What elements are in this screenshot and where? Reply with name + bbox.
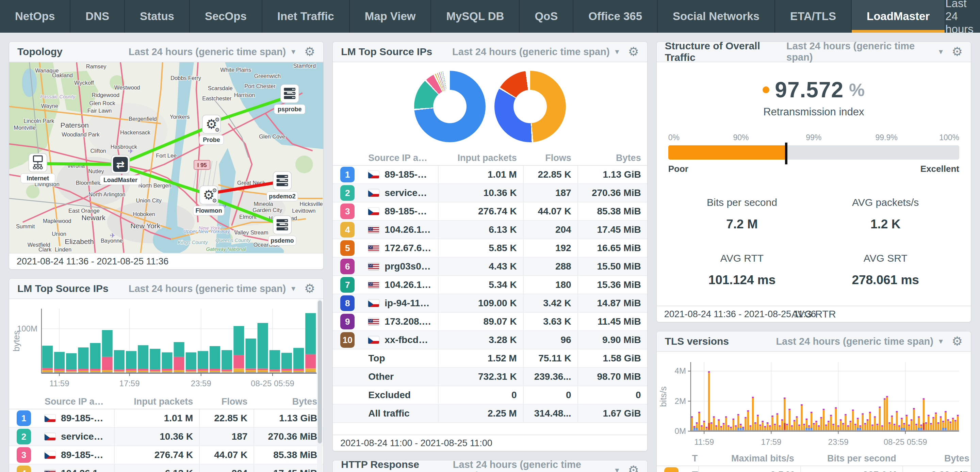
time-span-dropdown[interactable]: Last 24 hours (generic time span) ▼ (129, 283, 297, 294)
table-row[interactable]: 7104.26.10.2295.34 K18015.36 MiB (333, 276, 647, 294)
time-span-dropdown[interactable]: Last 24 hours (generic time span) ▼ (776, 336, 944, 347)
input-packets: 276.74 K (438, 202, 523, 220)
map-city-label: Elizabeth (65, 238, 94, 245)
svg-text:bits/s: bits/s (658, 386, 668, 407)
stat-avg-srt: AVG SRT278.061 ms (814, 253, 957, 287)
table-row[interactable]: 1TLS 1.23.5 M385.6 K3.88 GiB (657, 466, 971, 472)
stat-bits-per-second: Bits per second7.2 M (670, 197, 814, 231)
summary-label: Excluded (362, 389, 438, 400)
nav-tab-loadmaster[interactable]: LoadMaster (852, 0, 945, 33)
map-city-label: Summit (16, 223, 35, 229)
bytes: 270.36 MiB (578, 184, 647, 202)
svg-text:Upper New York Bay: Upper New York Bay (183, 228, 231, 234)
nav-tab-secops[interactable]: SecOps (190, 0, 262, 33)
input-packets: 10.36 K (438, 184, 523, 202)
table-row[interactable]: 2services.invea.com10.36 K187270.36 MiB (333, 184, 647, 202)
time-span-label: Last 24 hours (generic time span) (129, 46, 286, 57)
tls-versions-panel: TLS versions Last 24 hours (generic time… (656, 331, 971, 472)
panel-settings-icon[interactable]: ⚙ (952, 335, 963, 348)
global-time-range-label: Last 24 hours (945, 0, 980, 36)
summary-row[interactable]: Other732.31 K239.36...98.70 MiB (333, 368, 647, 386)
panel-settings-icon[interactable]: ⚙ (628, 46, 639, 58)
topology-link[interactable] (47, 164, 112, 164)
nav-tab-map-view[interactable]: Map View (350, 0, 431, 33)
map-city-label: Eastchester (202, 95, 232, 102)
host-name: 89-185-224-82.static.masterinter.net (61, 450, 108, 461)
table-row[interactable]: 189-185-224-81.static.masterinter.net1.0… (9, 409, 323, 428)
table-row[interactable]: 189-185-224-81.static.masterinter.net1.0… (333, 166, 647, 184)
panel-settings-icon[interactable]: ⚙ (628, 464, 639, 472)
table-row[interactable]: 8ip-94-112-227-62.net.upcbroadband.cz109… (333, 294, 647, 313)
nav-tab-inet-traffic[interactable]: Inet Traffic (262, 0, 350, 33)
summary-row[interactable]: Excluded000 (333, 386, 647, 405)
table-header-row: TLS versionsMaximal bits/sBits per secon… (657, 451, 971, 466)
panel-scrollbar[interactable] (317, 299, 323, 472)
bytes: 270.36 MiB (253, 428, 323, 445)
input-packets: 109.00 K (438, 294, 523, 312)
table-row[interactable]: 2services.invea.com10.36 K187270.36 MiB (9, 428, 323, 446)
nav-tab-netops[interactable]: NetOps (0, 0, 70, 33)
panel-settings-icon[interactable]: ⚙ (952, 46, 963, 58)
table-row[interactable]: 9173.208.173.24689.07 K3.63 K11.45 MiB (333, 313, 647, 331)
source-ip-table: Source IP addressInput packetsFlowsBytes… (9, 394, 323, 472)
table-row[interactable]: 4104.26.11.2296.13 K20417.45 MiB (9, 464, 323, 472)
bytes: 9.90 MiB (578, 331, 647, 349)
summary-row[interactable]: All traffic2.25 M314.48...1.67 GiB (333, 405, 647, 423)
nav-tab-status[interactable]: Status (125, 0, 190, 33)
bytes: 1.67 GiB (578, 405, 647, 422)
map-city-label: Yonkers (170, 114, 189, 120)
nav-tab-qos[interactable]: QoS (520, 0, 573, 33)
table-row[interactable]: 4104.26.11.2296.13 K20417.45 MiB (333, 221, 647, 239)
table-row[interactable]: 5172.67.69.2085.85 K19216.65 MiB (333, 239, 647, 257)
bytes: 0 (578, 386, 647, 404)
topology-map[interactable]: I 95✈✈✈Passaic CountyNew YorkQueens Coun… (9, 62, 323, 253)
gauge-marker (785, 143, 788, 164)
panel-settings-icon[interactable]: ⚙ (304, 46, 315, 58)
summary-row[interactable]: Top1.52 M75.11 K1.58 GiB (333, 350, 647, 368)
scrollbar-thumb[interactable] (318, 300, 322, 443)
map-city-label: Greenwich (254, 73, 281, 79)
input-packets: 1.01 M (114, 409, 199, 427)
map-city-label: Clifton (90, 148, 106, 154)
nav-tab-eta-tls[interactable]: ETA/TLS (775, 0, 852, 33)
svg-text:23:59: 23:59 (828, 437, 848, 447)
rank-badge: 6 (340, 259, 355, 274)
map-node-probe[interactable]: ⚙⚙⚙Probe (199, 115, 224, 145)
nav-tab-office-365[interactable]: Office 365 (573, 0, 658, 33)
bytes: 85.38 MiB (578, 202, 647, 220)
gauge-excellent-label: Excellent (920, 164, 959, 174)
time-span-dropdown[interactable]: Last 24 hours (generic time span) ▼ (452, 46, 620, 57)
global-time-range-dropdown[interactable]: Last 24 hours ▾ (945, 0, 980, 36)
map-city-label: Scarsdale (208, 85, 233, 91)
table-row[interactable]: 6prg03s06-in-f3.1e100.net4.43 K28815.50 … (333, 257, 647, 276)
bytes-donut-chart (414, 71, 485, 142)
rank-badge: 8 (340, 296, 355, 311)
nav-tab-social-networks[interactable]: Social Networks (658, 0, 775, 33)
table-row[interactable]: 10xx-fbcdn-shv-01-prg1.fbcdn.net3.28 K96… (333, 331, 647, 350)
col-input-packets: Input packets (438, 151, 523, 165)
table-row[interactable]: 389-185-224-82.static.masterinter.net276… (333, 202, 647, 221)
nav-tab-dns[interactable]: DNS (70, 0, 125, 33)
gauge-tick-label: 0% (668, 133, 679, 142)
panel-timestamp: 2021-08-24 11:00 - 2021-08-25 11:00 (333, 435, 647, 451)
gauge-track (668, 145, 959, 160)
table-row[interactable]: 389-185-224-82.static.masterinter.net276… (9, 446, 323, 464)
flows: 96 (523, 331, 578, 349)
map-city-label: Lincoln Park (24, 118, 54, 124)
svg-text:Gateway National: Gateway National (206, 246, 247, 252)
panel-settings-icon[interactable]: ⚙ (304, 283, 315, 295)
host-name: xx-fbcdn-shv-01-prg1.fbcdn.net (385, 335, 431, 345)
structure-body: 97.572 % Retransmission index 0%90%99%99… (657, 62, 971, 305)
table-header-row: Source IP addressInput packetsFlowsBytes (333, 151, 647, 166)
time-span-dropdown[interactable]: Last 24 hours (generic time span) ▼ (129, 46, 297, 57)
nav-tab-mysql-db[interactable]: MySQL DB (431, 0, 520, 33)
time-span-dropdown[interactable]: Last 24 hours (generic time span) ▼ (453, 460, 620, 472)
time-span-dropdown[interactable]: Last 24 hours (generic time span) ▼ (786, 41, 944, 63)
bytes: 17.45 MiB (253, 464, 323, 472)
map-city-label: North Bergen (138, 183, 171, 189)
map-city-label: Newark (81, 214, 105, 221)
panel-title: HTTP Response Codes (341, 460, 453, 472)
host-name: services.invea.com (61, 431, 108, 442)
flows: 0 (523, 386, 578, 404)
bytes: 15.36 MiB (578, 276, 647, 294)
